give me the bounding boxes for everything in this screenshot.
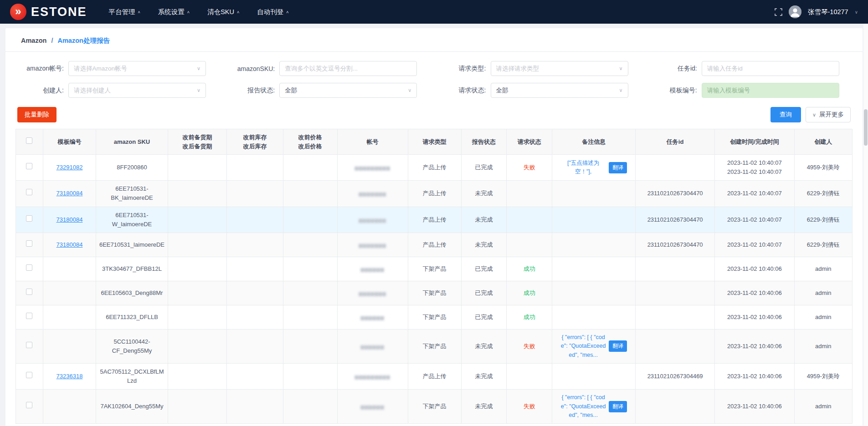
cell-checkbox — [16, 363, 43, 389]
cell-request-status: 成功 — [507, 257, 552, 281]
menu-clearance-sku[interactable]: 清仓SKU ∧ — [207, 8, 240, 16]
cell-price — [283, 281, 337, 305]
row-checkbox[interactable] — [26, 264, 32, 271]
cell-request-status — [507, 363, 552, 389]
column-header-template: 模板编号 — [43, 129, 96, 155]
amazon-account-select[interactable]: 请选择Amazon帐号 ∨ — [68, 61, 206, 76]
menu-label: 清仓SKU — [207, 8, 234, 16]
row-checkbox[interactable] — [26, 342, 32, 348]
row-checkbox[interactable] — [26, 163, 32, 169]
cell-sku: 6EE710531-W_laimoereDE — [96, 207, 168, 233]
cell-inventory — [227, 363, 283, 389]
expand-more-button[interactable]: ∨ 展开更多 — [806, 107, 851, 122]
username[interactable]: 张雪琴-10277 — [808, 8, 848, 16]
row-checkbox[interactable] — [26, 402, 32, 408]
template-link[interactable]: 73180084 — [56, 241, 83, 248]
creator-select[interactable]: 请选择创建人 ∨ — [68, 83, 206, 98]
user-avatar[interactable] — [789, 5, 801, 18]
menu-platform-management[interactable]: 平台管理 ∧ — [109, 8, 141, 16]
template-link[interactable]: 73180084 — [56, 216, 83, 223]
cell-sku: 5AC705112_DCXLBfLMLzd — [96, 363, 168, 389]
cell-task-id: 23110210267304469 — [636, 363, 715, 389]
task-id-input[interactable] — [702, 61, 839, 76]
row-checkbox[interactable] — [26, 215, 32, 222]
status-badge: 失败 — [524, 403, 535, 410]
cell-creator: 6229-刘倩钰 — [794, 207, 853, 233]
table-body: 732910828FF200860▆▆▆▆▆▆▆▆▆产品上传已完成失败["五点描… — [16, 155, 853, 424]
amazon-sku-input[interactable] — [279, 61, 417, 76]
report-status-select[interactable]: 全部 ∨ — [279, 83, 417, 98]
brand[interactable]: » ESTONE — [10, 4, 87, 20]
cell-creator: 4959-刘美玲 — [794, 155, 853, 181]
row-checkbox[interactable] — [26, 313, 32, 319]
filter-label: 请求类型: — [440, 65, 491, 73]
template-link[interactable]: 73236318 — [56, 373, 83, 380]
select-all-checkbox[interactable] — [26, 137, 32, 144]
cell-request-status — [507, 181, 552, 207]
cell-report-status: 已完成 — [461, 281, 507, 305]
template-no-input[interactable] — [702, 83, 839, 98]
template-link[interactable]: 73180084 — [56, 190, 83, 197]
search-button[interactable]: 查询 — [770, 107, 801, 122]
cell-price — [283, 329, 337, 363]
fullscreen-icon[interactable] — [775, 8, 782, 16]
menu-auto-listing[interactable]: 自动刊登 ∧ — [257, 8, 289, 16]
menu-system-settings[interactable]: 系统设置 ∧ — [158, 8, 190, 16]
request-status-select[interactable]: 全部 ∨ — [491, 83, 628, 98]
column-header-inventory: 改前库存改后库存 — [227, 129, 283, 155]
remark-text: { "errors": [ { "code": "QuotaExceeded",… — [560, 393, 606, 420]
filter-label: 创建人: — [17, 86, 68, 95]
scrollbar-thumb[interactable] — [864, 109, 868, 146]
translate-button[interactable]: 翻译 — [609, 162, 627, 173]
cell-task-id: 23110210267304470 — [636, 181, 715, 207]
cell-account: ▆▆▆▆▆▆▆ — [337, 281, 408, 305]
cell-report-status: 未完成 — [461, 207, 507, 233]
cell-remark: { "errors": [ { "code": "QuotaExceeded",… — [552, 390, 636, 424]
row-checkbox[interactable] — [26, 372, 32, 378]
menu-label: 自动刊登 — [257, 8, 283, 16]
cell-period — [168, 329, 227, 363]
cell-account: ▆▆▆▆▆▆ — [337, 390, 408, 424]
table-row: 5CC1100442-CF_Deng55My▆▆▆▆▆▆下架产品未完成失败{ "… — [16, 329, 853, 363]
cell-time: 2023-11-02 10:40:06 — [715, 305, 794, 329]
cell-account: ▆▆▆▆▆▆▆▆▆ — [337, 155, 408, 181]
batch-delete-button[interactable]: 批量删除 — [17, 107, 56, 122]
cell-remark — [552, 305, 636, 329]
column-header-account: 帐号 — [337, 129, 408, 155]
cell-remark: { "errors": [ { "code": "QuotaExceeded",… — [552, 329, 636, 363]
remark-text: { "errors": [ { "code": "QuotaExceeded",… — [560, 333, 606, 360]
cell-sku: 8FF200860 — [96, 155, 168, 181]
template-link[interactable]: 73291082 — [56, 164, 83, 171]
chevron-up-icon: ∧ — [138, 10, 141, 14]
cell-report-status: 已完成 — [461, 155, 507, 181]
filter-label: 模板编号: — [651, 86, 702, 95]
cell-price — [283, 390, 337, 424]
cell-period — [168, 305, 227, 329]
request-type-select[interactable]: 请选择请求类型 ∨ — [491, 61, 628, 76]
cell-request-status: 失败 — [507, 155, 552, 181]
cell-inventory — [227, 257, 283, 281]
row-checkbox[interactable] — [26, 240, 32, 247]
breadcrumb-root[interactable]: Amazon — [21, 37, 46, 44]
chevron-down-icon: ∨ — [197, 66, 200, 71]
row-checkbox[interactable] — [26, 289, 32, 295]
select-placeholder: 请选择请求类型 — [496, 65, 539, 73]
chevron-up-icon: ∧ — [236, 10, 240, 14]
cell-price — [283, 233, 337, 257]
filter-label: amazon帐号: — [17, 65, 68, 73]
translate-button[interactable]: 翻译 — [609, 401, 627, 412]
cell-report-status: 未完成 — [461, 390, 507, 424]
table-row: 6EE711323_DFLLB▆▆▆▆▆▆下架产品已完成成功2023-11-02… — [16, 305, 853, 329]
cell-checkbox — [16, 207, 43, 233]
row-checkbox[interactable] — [26, 189, 32, 195]
filter-form: amazon帐号: 请选择Amazon帐号 ∨ amazonSKU: 请求类型:… — [17, 61, 851, 98]
cell-inventory — [227, 233, 283, 257]
filter-report-status: 报告状态: 全部 ∨ — [228, 83, 428, 98]
cell-template: 73236318 — [43, 363, 96, 389]
cell-time: 2023-11-02 10:40:06 — [715, 257, 794, 281]
cell-creator: admin — [794, 390, 853, 424]
cell-period — [168, 233, 227, 257]
column-header-task_id: 任务id — [636, 129, 715, 155]
translate-button[interactable]: 翻译 — [609, 340, 627, 352]
filter-amazon-account: amazon帐号: 请选择Amazon帐号 ∨ — [17, 61, 217, 76]
